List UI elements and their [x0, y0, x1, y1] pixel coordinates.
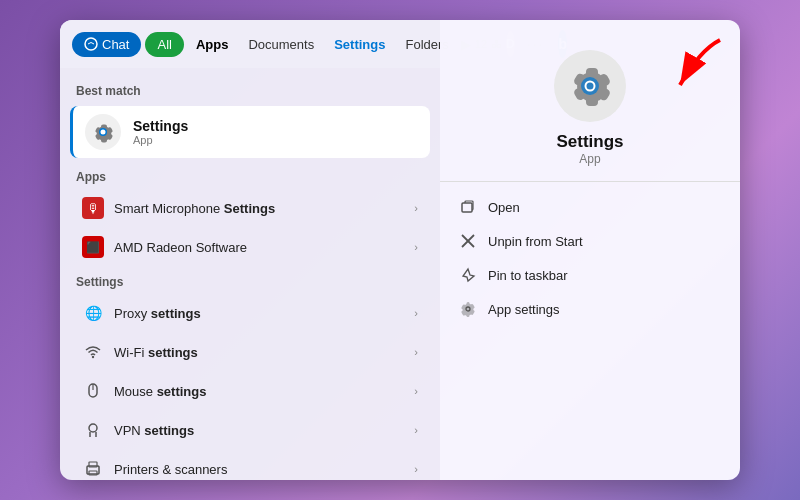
chevron-right-icon: ›: [414, 463, 418, 475]
chevron-right-icon: ›: [414, 307, 418, 319]
open-icon: [460, 199, 476, 215]
settings-icon-xl: [554, 50, 626, 122]
best-match-name: Settings: [133, 118, 188, 134]
svg-point-15: [587, 83, 594, 90]
best-match-item[interactable]: Settings App: [70, 106, 430, 158]
amd-icon: ⬛: [82, 236, 104, 258]
proxy-label: Proxy settings: [114, 306, 201, 321]
printers-label: Printers & scanners: [114, 462, 227, 477]
svg-point-4: [92, 356, 94, 358]
start-menu: Chat All Apps Documents Settings Folders…: [60, 20, 740, 480]
settings-section-label: Settings: [60, 267, 440, 293]
unpin-start-item[interactable]: Unpin from Start: [440, 224, 740, 258]
svg-point-3: [101, 130, 106, 135]
red-arrow: [650, 30, 730, 104]
copilot-icon: [84, 37, 98, 51]
chat-tab[interactable]: Chat: [72, 32, 141, 57]
app-settings-label: App settings: [488, 302, 560, 317]
mouse-label: Mouse settings: [114, 384, 206, 399]
context-menu: Open Unpin from Start Pin to taskbar: [440, 182, 740, 334]
apps-tab[interactable]: Apps: [188, 32, 237, 57]
app-detail-name: Settings: [556, 132, 623, 152]
left-panel: Chat All Apps Documents Settings Folders…: [60, 20, 440, 480]
best-match-label: Best match: [60, 76, 440, 102]
all-tab[interactable]: All: [145, 32, 183, 57]
svg-point-7: [89, 424, 97, 432]
search-bar: Chat All Apps Documents Settings Folders…: [60, 20, 440, 68]
smart-mic-icon: 🎙: [82, 197, 104, 219]
open-menu-item[interactable]: Open: [440, 190, 740, 224]
all-tab-label: All: [157, 37, 171, 52]
proxy-icon: 🌐: [82, 302, 104, 324]
chat-tab-label: Chat: [102, 37, 129, 52]
vpn-label: VPN settings: [114, 423, 194, 438]
list-item[interactable]: Mouse settings ›: [66, 372, 434, 410]
best-match-type: App: [133, 134, 188, 146]
open-label: Open: [488, 200, 520, 215]
mouse-icon: [82, 380, 104, 402]
unpin-start-icon: [460, 233, 476, 249]
app-settings-icon: [460, 301, 476, 317]
app-settings-item[interactable]: App settings: [440, 292, 740, 326]
list-item[interactable]: VPN settings ›: [66, 411, 434, 449]
unpin-start-label: Unpin from Start: [488, 234, 583, 249]
list-item[interactable]: 🌐 Proxy settings ›: [66, 294, 434, 332]
vpn-icon: [82, 419, 104, 441]
chevron-right-icon: ›: [414, 424, 418, 436]
pin-taskbar-icon: [460, 267, 476, 283]
right-panel: Settings App Open: [440, 20, 740, 480]
chevron-right-icon: ›: [414, 385, 418, 397]
svg-point-0: [85, 38, 97, 50]
left-content: Best match Settings App Apps 🎙: [60, 68, 440, 480]
app-detail: Settings App: [440, 20, 740, 182]
printer-icon: [82, 458, 104, 480]
documents-tab[interactable]: Documents: [240, 32, 322, 57]
pin-taskbar-item[interactable]: Pin to taskbar: [440, 258, 740, 292]
chevron-right-icon: ›: [414, 241, 418, 253]
app-detail-type: App: [579, 152, 600, 166]
list-item[interactable]: 🎙 Smart Microphone Settings ›: [66, 189, 434, 227]
smart-mic-label: Smart Microphone Settings: [114, 201, 275, 216]
settings-icon-large: [85, 114, 121, 150]
list-item[interactable]: Printers & scanners ›: [66, 450, 434, 480]
settings-tab[interactable]: Settings: [326, 32, 393, 57]
wifi-icon: [82, 341, 104, 363]
chevron-right-icon: ›: [414, 202, 418, 214]
chevron-right-icon: ›: [414, 346, 418, 358]
pin-taskbar-label: Pin to taskbar: [488, 268, 568, 283]
amd-label: AMD Radeon Software: [114, 240, 247, 255]
wifi-label: Wi-Fi settings: [114, 345, 198, 360]
apps-section-label: Apps: [60, 162, 440, 188]
best-match-info: Settings App: [133, 118, 188, 146]
list-item[interactable]: Wi-Fi settings ›: [66, 333, 434, 371]
svg-rect-17: [462, 203, 472, 212]
list-item[interactable]: ⬛ AMD Radeon Software ›: [66, 228, 434, 266]
